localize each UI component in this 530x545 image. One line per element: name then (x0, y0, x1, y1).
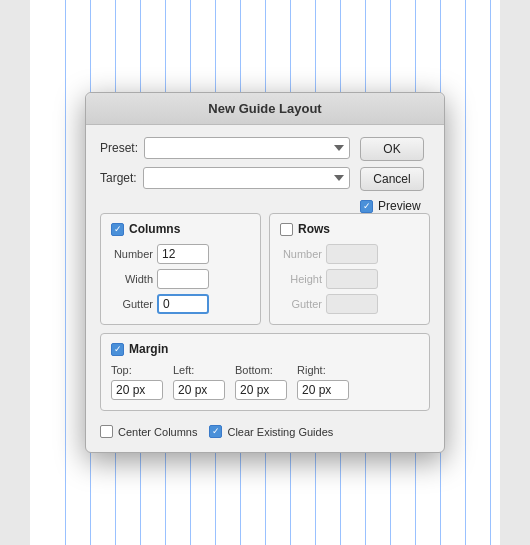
margin-checkbox[interactable] (111, 343, 124, 356)
margin-header: Margin (111, 342, 419, 356)
columns-gutter-row: Gutter (111, 294, 250, 314)
rows-label: Rows (298, 222, 330, 236)
margin-right-col: Right: (297, 364, 349, 400)
margin-left-col: Left: (173, 364, 225, 400)
columns-number-input[interactable] (157, 244, 209, 264)
rows-gutter-label: Gutter (280, 298, 322, 310)
center-columns-row: Center Columns (100, 425, 197, 438)
new-guide-layout-dialog: New Guide Layout Preset: Target: (85, 92, 445, 453)
margin-right-label: Right: (297, 364, 349, 376)
preset-select[interactable] (144, 137, 350, 159)
margin-left-input[interactable] (173, 380, 225, 400)
columns-gutter-input[interactable] (157, 294, 209, 314)
rows-number-row: Number (280, 244, 419, 264)
preset-label: Preset: (100, 141, 138, 155)
dialog-title: New Guide Layout (86, 93, 444, 125)
margin-label: Margin (129, 342, 168, 356)
columns-label: Columns (129, 222, 180, 236)
columns-number-row: Number (111, 244, 250, 264)
margin-right-input[interactable] (297, 380, 349, 400)
center-columns-label: Center Columns (118, 426, 197, 438)
columns-gutter-label: Gutter (111, 298, 153, 310)
target-select[interactable] (143, 167, 350, 189)
columns-width-input[interactable] (157, 269, 209, 289)
margin-grid: Top: Left: Bottom: Right: (111, 364, 419, 400)
rows-height-row: Height (280, 269, 419, 289)
preview-label: Preview (378, 199, 421, 213)
columns-section: Columns Number Width Gutter (100, 213, 261, 325)
rows-checkbox[interactable] (280, 223, 293, 236)
rows-section: Rows Number Height Gutter (269, 213, 430, 325)
margin-bottom-label: Bottom: (235, 364, 287, 376)
preview-checkbox[interactable] (360, 200, 373, 213)
margin-section: Margin Top: Left: Bottom: (100, 333, 430, 411)
columns-width-row: Width (111, 269, 250, 289)
margin-top-input[interactable] (111, 380, 163, 400)
preset-row: Preset: (100, 137, 350, 159)
margin-bottom-col: Bottom: (235, 364, 287, 400)
clear-guides-label: Clear Existing Guides (227, 426, 333, 438)
ok-button[interactable]: OK (360, 137, 424, 161)
clear-guides-checkbox[interactable] (209, 425, 222, 438)
rows-gutter-input[interactable] (326, 294, 378, 314)
bottom-options-row: Center Columns Clear Existing Guides (100, 421, 430, 438)
margin-bottom-input[interactable] (235, 380, 287, 400)
margin-top-label: Top: (111, 364, 163, 376)
columns-number-label: Number (111, 248, 153, 260)
dialog-overlay: New Guide Layout Preset: Target: (0, 0, 530, 545)
preview-row: Preview (360, 199, 430, 213)
target-label: Target: (100, 171, 137, 185)
rows-number-label: Number (280, 248, 322, 260)
rows-gutter-row: Gutter (280, 294, 419, 314)
target-row: Target: (100, 167, 350, 189)
margin-left-label: Left: (173, 364, 225, 376)
cancel-button[interactable]: Cancel (360, 167, 424, 191)
columns-width-label: Width (111, 273, 153, 285)
columns-header: Columns (111, 222, 250, 236)
rows-height-label: Height (280, 273, 322, 285)
columns-checkbox[interactable] (111, 223, 124, 236)
rows-height-input[interactable] (326, 269, 378, 289)
center-columns-checkbox[interactable] (100, 425, 113, 438)
margin-top-col: Top: (111, 364, 163, 400)
rows-number-input[interactable] (326, 244, 378, 264)
clear-guides-row: Clear Existing Guides (209, 425, 333, 438)
rows-header: Rows (280, 222, 419, 236)
